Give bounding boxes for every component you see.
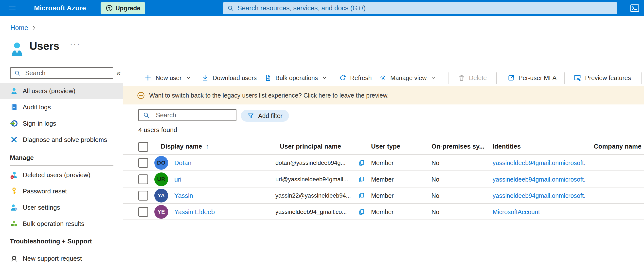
minus-circle-icon <box>137 92 145 99</box>
hamburger-menu-icon[interactable] <box>9 6 16 10</box>
list-search-input[interactable] <box>155 111 239 119</box>
download-users-button[interactable]: Download users <box>202 71 257 84</box>
table-row[interactable]: YA Yassin yassin22@yassineldeeb94... Mem… <box>123 188 644 204</box>
sidebar-search <box>10 67 113 79</box>
more-options-icon[interactable]: ··· <box>70 39 80 49</box>
top-bar: Microsoft Azure Upgrade <box>0 0 644 16</box>
banner-text[interactable]: Want to switch back to the legacy users … <box>149 92 389 99</box>
sidebar-item-label: New support request <box>23 255 82 262</box>
divider <box>10 165 114 166</box>
sidebar-item-label: Sign-in logs <box>23 120 56 127</box>
user-type: Member <box>371 188 394 204</box>
new-user-button[interactable]: New user <box>144 71 191 84</box>
column-display-name[interactable]: Display name ↑ <box>161 138 209 154</box>
sidebar-item-audit-logs[interactable]: Audit logs <box>0 99 123 115</box>
sidebar-item-new-support-request[interactable]: New support request <box>0 250 123 267</box>
column-identities[interactable]: Identities <box>492 138 521 154</box>
sidebar-item-sign-in-logs[interactable]: Sign-in logs <box>0 115 123 132</box>
sidebar-search-input[interactable] <box>25 69 110 77</box>
sidebar-item-label: Audit logs <box>23 103 51 111</box>
bulk-operations-button[interactable]: Bulk operations <box>264 71 327 84</box>
on-premises-sync: No <box>432 188 439 204</box>
user-principal-name: dotan@yassineldeeb94g... <box>276 155 346 171</box>
copy-icon[interactable] <box>358 176 365 183</box>
new-user-label: New user <box>156 74 182 81</box>
sidebar-item-label: User settings <box>23 204 60 211</box>
delete-label: Delete <box>469 74 487 81</box>
sidebar-item-password-reset[interactable]: Password reset <box>0 183 123 199</box>
page-title: Users <box>29 40 60 52</box>
sidebar-item-user-settings[interactable]: User settings <box>0 199 123 216</box>
user-display-name-link[interactable]: Yassin Eldeeb <box>174 204 215 220</box>
identities-link[interactable]: MicrosoftAccount <box>492 204 540 220</box>
avatar: DO <box>154 156 168 170</box>
column-user-type[interactable]: User type <box>371 138 400 154</box>
refresh-label: Refresh <box>350 74 372 81</box>
sidebar-item-label: Bulk operation results <box>23 220 84 228</box>
preview-features-button[interactable]: Preview features <box>574 71 631 84</box>
select-all-checkbox[interactable] <box>138 142 148 152</box>
user-display-name-link[interactable]: uri <box>174 171 182 188</box>
user-display-name-link[interactable]: Dotan <box>174 155 191 171</box>
identities-link[interactable]: yassineldeeb94gmail.onmicrosoft. <box>492 155 586 171</box>
user-principal-name: yassineldeeb94_gmail.co... <box>276 204 347 220</box>
column-on-premises[interactable]: On-premises sy... <box>432 138 484 154</box>
sidebar-item-bulk-results[interactable]: Bulk operation results <box>0 216 123 232</box>
delete-button[interactable]: Delete <box>458 71 487 84</box>
avatar: YE <box>154 205 168 219</box>
avatar: YA <box>154 189 168 203</box>
per-user-mfa-button[interactable]: Per-user MFA <box>508 71 556 84</box>
row-checkbox[interactable] <box>138 174 148 184</box>
sign-in-logs-icon <box>10 119 18 127</box>
cubes-icon <box>10 220 18 227</box>
row-checkbox[interactable] <box>138 158 148 168</box>
search-icon <box>143 112 150 119</box>
copy-icon[interactable] <box>358 208 365 215</box>
identities-link[interactable]: yassineldeeb94gmail.onmicrosoft. <box>492 171 586 188</box>
column-company-name[interactable]: Company name <box>594 138 642 154</box>
upgrade-label: Upgrade <box>116 5 140 12</box>
azure-portal: Microsoft Azure Upgrade <box>0 0 644 271</box>
cloud-shell-icon[interactable] <box>630 4 639 12</box>
add-filter-label: Add filter <box>258 112 282 119</box>
table-row[interactable]: UR uri uri@yassineldeeb94gmail.... Membe… <box>123 171 644 188</box>
upgrade-button[interactable]: Upgrade <box>100 2 145 14</box>
table-row[interactable]: YE Yassin Eldeeb yassineldeeb94_gmail.co… <box>123 204 644 220</box>
breadcrumb: Home <box>10 24 36 32</box>
document-arrow-icon <box>264 74 272 81</box>
refresh-button[interactable]: Refresh <box>339 71 372 84</box>
users-page-icon <box>10 41 24 57</box>
support-headset-icon <box>10 255 18 262</box>
manage-view-button[interactable]: Manage view <box>380 71 436 84</box>
key-icon <box>10 188 18 195</box>
sidebar-item-label: All users (preview) <box>23 87 76 95</box>
sidebar-item-all-users[interactable]: All users (preview) <box>0 83 123 99</box>
sidebar-section-troubleshooting: Troubleshooting + Support <box>10 238 92 245</box>
collapse-sidebar-icon[interactable]: « <box>116 68 121 78</box>
breadcrumb-home-link[interactable]: Home <box>10 24 28 32</box>
table-row[interactable]: DO Dotan dotan@yassineldeeb94g... Member… <box>123 155 644 171</box>
external-link-icon <box>508 74 514 81</box>
copy-icon[interactable] <box>358 192 365 199</box>
bulk-operations-label: Bulk operations <box>276 74 318 81</box>
identities-link[interactable]: yassineldeeb94gmail.onmicrosoft. <box>492 188 586 204</box>
row-checkbox[interactable] <box>138 207 148 217</box>
sidebar-item-diagnose[interactable]: Diagnose and solve problems <box>0 132 123 148</box>
chevron-right-icon <box>32 25 36 30</box>
tools-icon <box>10 136 18 143</box>
user-principal-name: yassin22@yassineldeeb94... <box>276 188 351 204</box>
filter-funnel-icon <box>247 112 254 119</box>
toolbar-divider <box>448 72 448 84</box>
sidebar-item-deleted-users[interactable]: Deleted users (preview) <box>0 167 123 183</box>
user-display-name-link[interactable]: Yassin <box>174 188 193 204</box>
user-type: Member <box>371 204 394 220</box>
add-filter-button[interactable]: Add filter <box>241 110 289 122</box>
global-search-input[interactable] <box>237 4 613 12</box>
on-premises-sync: No <box>432 171 439 188</box>
row-checkbox[interactable] <box>138 191 148 201</box>
global-search <box>223 2 617 14</box>
download-users-label: Download users <box>212 74 257 81</box>
column-user-principal-name[interactable]: User principal name <box>280 138 341 154</box>
manage-view-label: Manage view <box>390 74 426 81</box>
copy-icon[interactable] <box>358 159 365 166</box>
